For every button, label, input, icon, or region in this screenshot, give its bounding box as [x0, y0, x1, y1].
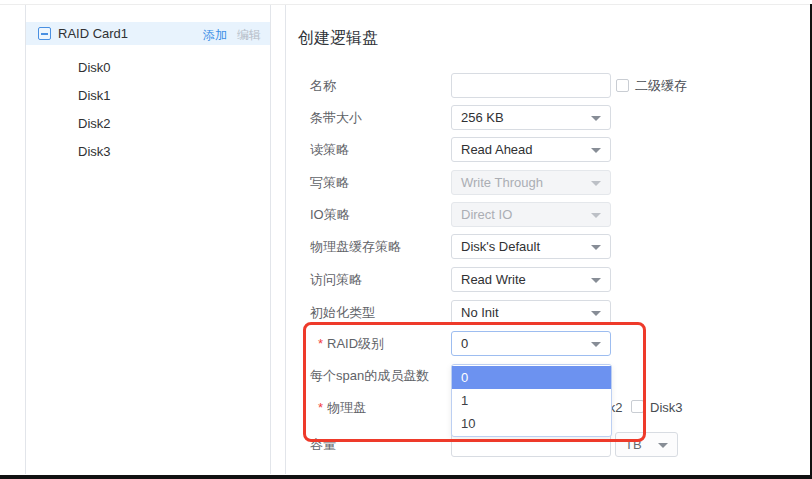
raid-option-0[interactable]: 0 [452, 366, 611, 389]
pd-cache-policy-select[interactable]: Disk's Default [451, 234, 611, 259]
secondary-cache-checkbox[interactable] [616, 79, 629, 92]
stripe-size-label: 条带大小 [310, 105, 445, 130]
main-panel-left-border [285, 5, 286, 474]
raid-config-window: RAID Card1 添加 编辑 Disk0 Disk1 Disk2 Disk3… [0, 0, 812, 479]
init-type-select[interactable]: No Init [451, 300, 611, 325]
sidebar-item-raid-card1[interactable]: RAID Card1 添加 编辑 [26, 22, 270, 45]
raid-option-10[interactable]: 10 [452, 412, 611, 435]
raid-level-label: *RAID级别 [318, 331, 453, 356]
collapse-minus-icon[interactable] [38, 27, 51, 40]
add-link[interactable]: 添加 [203, 27, 227, 44]
edit-link[interactable]: 编辑 [237, 27, 261, 44]
access-policy-label: 访问策略 [310, 267, 445, 292]
required-marker: * [318, 336, 323, 351]
sidebar-item-disk3[interactable]: Disk3 [78, 142, 111, 162]
page-title: 创建逻辑盘 [298, 28, 378, 49]
capacity-label: 容量 [310, 432, 445, 457]
sidebar-right-border [270, 5, 271, 474]
chevron-down-icon [591, 342, 601, 347]
chevron-down-icon [591, 245, 601, 250]
write-policy-label: 写策略 [310, 170, 445, 195]
sidebar-left-border [25, 5, 26, 474]
name-label: 名称 [310, 73, 445, 98]
chevron-down-icon [591, 181, 601, 186]
raid-level-dropdown: 0 1 10 [451, 364, 612, 437]
capacity-unit-select[interactable]: TB [615, 432, 678, 457]
chevron-down-icon [591, 148, 601, 153]
chevron-down-icon [591, 213, 601, 218]
required-marker: * [318, 400, 323, 415]
stripe-size-select[interactable]: 256 KB [451, 105, 611, 130]
pd-cache-policy-label: 物理盘缓存策略 [310, 234, 445, 259]
sidebar-item-disk0[interactable]: Disk0 [78, 58, 111, 78]
chevron-down-icon [591, 116, 601, 121]
io-policy-select: Direct IO [451, 202, 611, 227]
secondary-cache-label: 二级缓存 [635, 77, 687, 94]
init-type-label: 初始化类型 [310, 300, 445, 325]
top-divider [0, 4, 812, 5]
span-members-label: 每个span的成员盘数 [310, 363, 445, 388]
read-policy-label: 读策略 [310, 137, 445, 162]
sidebar-item-disk2[interactable]: Disk2 [78, 114, 111, 134]
screenshot-bottom-border [0, 475, 812, 479]
raid-card-label[interactable]: RAID Card1 [58, 26, 128, 41]
chevron-down-icon [658, 443, 668, 448]
physical-disk-label: *物理盘 [318, 395, 453, 420]
raid-option-1[interactable]: 1 [452, 389, 611, 412]
chevron-down-icon [591, 311, 601, 316]
chevron-down-icon [591, 278, 601, 283]
disk3-checkbox[interactable] [631, 400, 644, 413]
read-policy-select[interactable]: Read Ahead [451, 137, 611, 162]
sidebar-item-disk1[interactable]: Disk1 [78, 86, 111, 106]
write-policy-select: Write Through [451, 170, 611, 195]
raid-level-select[interactable]: 0 [451, 331, 611, 356]
name-input[interactable] [451, 73, 611, 98]
access-policy-select[interactable]: Read Write [451, 267, 611, 292]
io-policy-label: IO策略 [310, 202, 445, 227]
disk3-checkbox-label: Disk3 [650, 399, 683, 416]
